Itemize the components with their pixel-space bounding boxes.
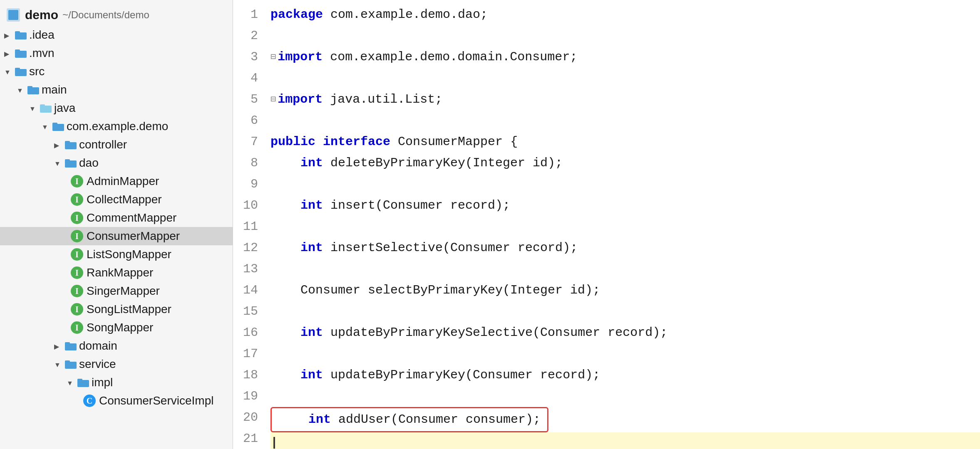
project-title: demo ~/Documents/demo bbox=[0, 4, 233, 26]
sidebar-label-src: src bbox=[29, 65, 45, 78]
sidebar-item-dao[interactable]: dao bbox=[0, 154, 233, 172]
sidebar-item-java[interactable]: java bbox=[0, 99, 233, 117]
line-num-8: 8 bbox=[233, 153, 258, 174]
code-token: addUser(Consumer consumer); bbox=[331, 409, 541, 430]
line-num-4: 4 bbox=[233, 68, 258, 89]
sidebar-label-ConsumerServiceImpl: ConsumerServiceImpl bbox=[99, 394, 213, 407]
sidebar-item-idea[interactable]: .idea bbox=[0, 26, 233, 44]
line-num-20: 20 bbox=[233, 407, 258, 428]
line-num-21: 21 bbox=[233, 428, 258, 449]
sidebar-label-SingerMapper: SingerMapper bbox=[87, 284, 160, 298]
sidebar-item-SingerMapper[interactable]: I SingerMapper bbox=[0, 282, 233, 300]
code-token: java.util.List; bbox=[323, 89, 442, 110]
code-line-16: int updateByPrimaryKeySelective(Consumer… bbox=[270, 322, 980, 343]
sidebar-label-com-example-demo: com.example.demo bbox=[67, 120, 168, 133]
code-token: int bbox=[300, 322, 323, 343]
sidebar-item-domain[interactable]: domain bbox=[0, 337, 233, 355]
code-token: int bbox=[300, 153, 323, 174]
code-token: public bbox=[270, 131, 315, 153]
sidebar-item-ConsumerMapper[interactable]: I ConsumerMapper bbox=[0, 227, 233, 245]
sidebar-item-src[interactable]: src bbox=[0, 62, 233, 81]
folder-icon-controller bbox=[65, 140, 77, 149]
code-token: com.example.demo.dao; bbox=[323, 4, 488, 25]
code-token: int bbox=[308, 409, 331, 430]
sidebar-item-impl[interactable]: impl bbox=[0, 373, 233, 392]
sidebar-item-service[interactable]: service bbox=[0, 355, 233, 373]
sidebar-item-ConsumerServiceImpl[interactable]: C ConsumerServiceImpl bbox=[0, 392, 233, 410]
code-token: int bbox=[300, 237, 323, 259]
sidebar-label-main: main bbox=[42, 83, 67, 96]
sidebar-item-RankMapper[interactable]: I RankMapper bbox=[0, 264, 233, 282]
line-numbers: 1 2 3 4 5 6 7 8 9 10 11 12 13 14 15 16 1… bbox=[233, 4, 266, 445]
line-num-18: 18 bbox=[233, 365, 258, 386]
folder-icon-java bbox=[40, 104, 52, 113]
sidebar-item-CollectMapper[interactable]: I CollectMapper bbox=[0, 190, 233, 209]
svg-rect-13 bbox=[52, 123, 57, 126]
sidebar-item-AdminMapper[interactable]: I AdminMapper bbox=[0, 172, 233, 190]
svg-rect-7 bbox=[15, 68, 20, 71]
code-token: Consumer selectByPrimaryKey(Integer id); bbox=[270, 280, 600, 301]
svg-rect-3 bbox=[15, 31, 20, 34]
code-token: updateByPrimaryKeySelective(Consumer rec… bbox=[323, 322, 667, 343]
line-num-12: 12 bbox=[233, 237, 258, 259]
sidebar-item-main[interactable]: main bbox=[0, 81, 233, 99]
project-icon bbox=[6, 7, 21, 22]
svg-rect-21 bbox=[65, 360, 70, 363]
code-line-14: Consumer selectByPrimaryKey(Integer id); bbox=[270, 280, 980, 301]
sidebar-item-SongListMapper[interactable]: I SongListMapper bbox=[0, 300, 233, 318]
interface-badge-SongMapper: I bbox=[71, 321, 83, 334]
interface-badge-AdminMapper: I bbox=[71, 175, 83, 187]
cursor-indicator: | bbox=[270, 432, 278, 449]
code-line-15 bbox=[270, 301, 980, 322]
code-token: import bbox=[278, 89, 323, 110]
collapse-arrow-5: ⊟ bbox=[270, 92, 276, 107]
folder-icon-idea bbox=[15, 30, 27, 39]
folder-icon-main bbox=[27, 85, 39, 94]
line-num-17: 17 bbox=[233, 343, 258, 365]
line-num-13: 13 bbox=[233, 259, 258, 280]
arrow-domain bbox=[54, 341, 63, 351]
sidebar-item-com-example-demo[interactable]: com.example.demo bbox=[0, 117, 233, 136]
sidebar-label-RankMapper: RankMapper bbox=[87, 266, 153, 279]
arrow-impl bbox=[67, 378, 76, 387]
folder-icon-impl bbox=[77, 378, 89, 387]
code-line-10: int insert(Consumer record); bbox=[270, 195, 980, 216]
code-token: int bbox=[300, 365, 323, 386]
arrow-idea bbox=[4, 30, 13, 40]
sidebar-label-idea: .idea bbox=[29, 28, 55, 42]
interface-badge-ListSongMapper: I bbox=[71, 248, 83, 261]
folder-icon-src bbox=[15, 67, 27, 76]
code-line-21: | bbox=[270, 432, 980, 449]
project-path-label: ~/Documents/demo bbox=[62, 9, 149, 21]
line-num-5: 5 bbox=[233, 89, 258, 110]
code-token: interface bbox=[323, 131, 390, 153]
code-token: insertSelective(Consumer record); bbox=[323, 237, 578, 259]
sidebar-label-dao: dao bbox=[79, 156, 99, 170]
svg-rect-5 bbox=[15, 49, 20, 52]
sidebar-item-ListSongMapper[interactable]: I ListSongMapper bbox=[0, 245, 233, 264]
file-tree[interactable]: demo ~/Documents/demo .idea .mvn src bbox=[0, 0, 233, 449]
sidebar-label-CollectMapper: CollectMapper bbox=[87, 193, 162, 206]
line-num-1: 1 bbox=[233, 4, 258, 25]
folder-icon-com-example-demo bbox=[52, 122, 64, 131]
folder-icon-domain bbox=[65, 341, 77, 350]
sidebar-label-SongMapper: SongMapper bbox=[87, 321, 153, 334]
code-editor[interactable]: 1 2 3 4 5 6 7 8 9 10 11 12 13 14 15 16 1… bbox=[233, 0, 980, 449]
code-line-3: ⊟ import com.example.demo.domain.Consume… bbox=[270, 47, 980, 68]
code-token: deleteByPrimaryKey(Integer id); bbox=[323, 153, 563, 174]
code-line-6 bbox=[270, 110, 980, 131]
code-line-11 bbox=[270, 216, 980, 237]
sidebar-item-SongMapper[interactable]: I SongMapper bbox=[0, 318, 233, 337]
svg-rect-15 bbox=[65, 141, 70, 144]
code-line-9 bbox=[270, 174, 980, 195]
code-line-2 bbox=[270, 25, 980, 47]
sidebar-label-impl: impl bbox=[92, 376, 113, 389]
arrow-dao bbox=[54, 158, 63, 168]
sidebar-item-CommentMapper[interactable]: I CommentMapper bbox=[0, 209, 233, 227]
sidebar-item-controller[interactable]: controller bbox=[0, 136, 233, 154]
arrow-service bbox=[54, 360, 63, 369]
line-num-15: 15 bbox=[233, 301, 258, 322]
sidebar-item-mvn[interactable]: .mvn bbox=[0, 44, 233, 62]
line-num-11: 11 bbox=[233, 216, 258, 237]
interface-badge-ConsumerMapper: I bbox=[71, 230, 83, 242]
